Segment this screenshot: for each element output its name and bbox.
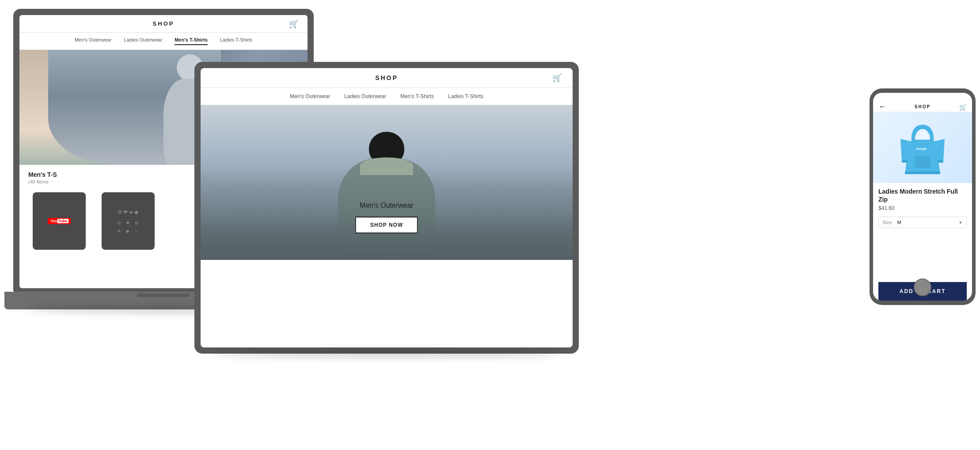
laptop-tshirt-2: ⚙ ❤ ★ ◆ ✿ ♪ xyxy=(102,192,155,250)
svg-text:★: ★ xyxy=(117,229,121,233)
tablet-nav-ladies-tshirts[interactable]: Ladies T-Shirts xyxy=(448,93,483,99)
laptop-header: SHOP 🛒 xyxy=(19,15,308,33)
mobile-status-bar xyxy=(873,93,972,102)
svg-text:♪: ♪ xyxy=(135,229,137,233)
laptop-logo: SHOP xyxy=(153,20,175,27)
svg-text:❤: ❤ xyxy=(126,221,129,225)
hoodie-image: Google xyxy=(898,117,947,179)
laptop-tshirt-1: YouTube xyxy=(33,192,86,250)
tablet-nav-mens-tshirts[interactable]: Men's T-Shirts xyxy=(400,93,434,99)
mobile-size-selector[interactable]: Size M ▼ xyxy=(878,217,967,228)
tablet-cart-icon[interactable]: 🛒 xyxy=(552,73,562,83)
mobile-device: ← SHOP 🛒 xyxy=(870,88,976,305)
svg-text:◆: ◆ xyxy=(126,229,129,233)
tablet-nav: Men's Outerwear Ladies Outerwear Men's T… xyxy=(201,88,573,105)
tablet-header: SHOP 🛒 xyxy=(201,68,573,88)
mobile-logo: SHOP xyxy=(915,104,931,109)
laptop-nav-ladies-tshirts[interactable]: Ladies T-Shirts xyxy=(220,37,252,45)
mobile-screen: ← SHOP 🛒 xyxy=(873,93,972,301)
shirt-pattern: ⚙ ❤ ★ ◆ ✿ ♪ xyxy=(115,208,141,234)
tablet-device: SHOP 🛒 Men's Outerwear Ladies Outerwear … xyxy=(194,62,579,354)
tablet-logo: SHOP xyxy=(375,74,398,81)
tablet-shop-now-button[interactable]: SHOP NOW xyxy=(355,217,418,233)
svg-text:⚙: ⚙ xyxy=(117,221,121,225)
youtube-logo: YouTube xyxy=(48,218,70,224)
laptop-cart-icon[interactable]: 🛒 xyxy=(289,19,299,29)
tablet-hero-title: Men's Outerwear xyxy=(355,202,418,210)
laptop-product-2[interactable]: ⚙ ❤ ★ ◆ ✿ ♪ xyxy=(97,192,159,250)
mobile-back-button[interactable]: ← xyxy=(878,102,886,111)
svg-text:✿: ✿ xyxy=(135,221,138,225)
laptop-nav: Men's Outerwear Ladies Outerwear Men's T… xyxy=(19,33,308,50)
mobile-size-chevron: ▼ xyxy=(958,220,963,225)
laptop-product-1[interactable]: YouTube xyxy=(28,192,90,250)
tablet-overlay: Men's Outerwear SHOP NOW xyxy=(355,202,418,233)
mobile-size-label: Size xyxy=(882,220,892,225)
svg-rect-10 xyxy=(905,172,940,174)
mobile-product-price: $41.60 xyxy=(878,205,967,211)
mobile-product-image: Google xyxy=(873,112,972,183)
mobile-header: ← SHOP 🛒 xyxy=(873,102,972,112)
tablet-screen: SHOP 🛒 Men's Outerwear Ladies Outerwear … xyxy=(201,68,573,347)
mobile-home-button[interactable] xyxy=(914,278,931,296)
mobile-product-title: Ladies Modern Stretch Full Zip xyxy=(878,187,967,203)
svg-rect-8 xyxy=(902,160,908,163)
tablet-hero: Men's Outerwear SHOP NOW xyxy=(201,105,573,260)
tablet-nav-ladies-outerwear[interactable]: Ladies Outerwear xyxy=(344,93,386,99)
svg-rect-9 xyxy=(937,160,943,163)
laptop-nav-ladies-outerwear[interactable]: Ladies Outerwear xyxy=(124,37,162,45)
svg-text:Google: Google xyxy=(916,147,927,151)
mobile-size-value: M xyxy=(897,220,958,225)
mobile-cart-icon[interactable]: 🛒 xyxy=(959,103,967,111)
tablet-nav-mens-outerwear[interactable]: Men's Outerwear xyxy=(290,93,330,99)
laptop-nav-mens-tshirts[interactable]: Men's T-Shirts xyxy=(175,37,208,45)
laptop-nav-mens-outerwear[interactable]: Men's Outerwear xyxy=(75,37,111,45)
